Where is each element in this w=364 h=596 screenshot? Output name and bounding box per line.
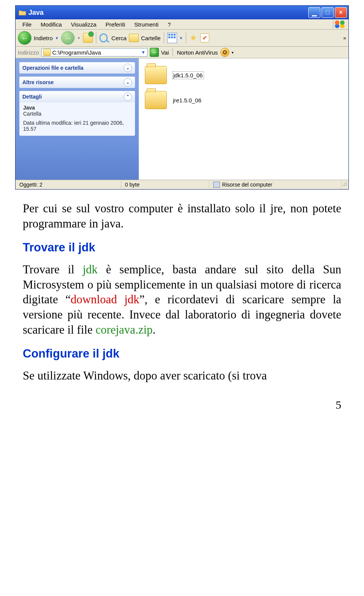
folder-name: jdk1.5.0_06 <box>172 71 204 79</box>
maximize-button[interactable]: □ <box>322 7 334 18</box>
menu-file[interactable]: File <box>18 20 36 28</box>
status-location: Risorse del computer <box>209 181 342 188</box>
folder-icon <box>43 49 51 56</box>
search-label: Cerca <box>111 35 127 41</box>
window-icon <box>19 9 26 16</box>
folder-up-icon <box>83 33 93 43</box>
pane-title: Operazioni file e cartella <box>22 65 83 71</box>
antivirus-label: Norton AntiVirus <box>177 49 218 56</box>
explorer-window: Java ▁ □ × File Modifica Visualizza Pref… <box>15 5 349 190</box>
close-button[interactable]: × <box>335 7 347 18</box>
check-icon: ✔ <box>200 33 209 42</box>
up-button[interactable] <box>83 33 93 43</box>
folders-label: Cartelle <box>141 35 161 41</box>
address-dropdown-icon[interactable]: ▼ <box>141 50 146 55</box>
favorites-icon[interactable]: ★ <box>189 34 198 42</box>
address-bar: Indirizzo C:\Programmi\Java ▼ → Vai Nort… <box>16 47 348 58</box>
antivirus-icon[interactable]: ✪ <box>220 48 229 57</box>
side-pane: Operazioni file e cartella ⌄ Altre risor… <box>16 58 139 180</box>
heading-find-jdk: Trovare il jdk <box>23 240 341 255</box>
term-jdk: jdk <box>83 263 98 276</box>
menu-strumenti[interactable]: Strumenti <box>130 20 163 28</box>
pane-details: Dettagli ⌃ Java Cartella Data ultima mod… <box>19 91 135 136</box>
heading-configure-jdk: Configurare il jdk <box>23 346 341 361</box>
folders-button[interactable] <box>129 33 139 43</box>
computer-icon <box>213 182 220 188</box>
folder-icon <box>145 91 167 109</box>
address-label: Indirizzo <box>18 49 39 56</box>
collapse-icon[interactable]: ⌄ <box>124 78 132 86</box>
search-button[interactable] <box>99 33 109 43</box>
go-label: Vai <box>161 49 169 56</box>
status-size: 0 byte <box>121 181 209 188</box>
details-date: Data ultima modifica: ieri 21 gennaio 20… <box>23 120 131 132</box>
pane-title: Dettagli <box>22 94 42 100</box>
address-field[interactable]: C:\Programmi\Java ▼ <box>41 48 147 56</box>
windows-logo-icon <box>333 20 346 28</box>
back-button[interactable]: ← <box>18 31 31 45</box>
back-label: Indietro <box>34 35 53 41</box>
go-button[interactable]: → <box>150 48 159 57</box>
view-icon <box>167 33 177 43</box>
view-button[interactable] <box>167 33 177 43</box>
window-title: Java <box>28 9 308 17</box>
pane-title: Altre risorse <box>22 79 53 85</box>
paragraph: Trovare il jdk è semplice, basta andare … <box>23 262 341 337</box>
term-download-jdk: download jdk <box>71 293 139 306</box>
check-button[interactable]: ✔ <box>200 33 210 43</box>
status-objects: Oggetti: 2 <box>16 181 121 188</box>
address-path: C:\Programmi\Java <box>52 49 101 56</box>
page-number: 5 <box>0 398 341 411</box>
folder-item[interactable]: jdk1.5.0_06 <box>145 66 342 84</box>
forward-dropdown-icon[interactable]: ▼ <box>77 36 81 40</box>
details-type: Cartella <box>23 111 131 117</box>
folder-item[interactable]: jre1.5.0_06 <box>145 91 342 109</box>
view-dropdown-icon[interactable]: ▼ <box>179 36 183 40</box>
paragraph: Se utilizzate Windows, dopo aver scarica… <box>23 368 341 383</box>
collapse-icon[interactable]: ⌄ <box>124 64 132 72</box>
minimize-button[interactable]: ▁ <box>308 7 320 18</box>
status-bar: Oggetti: 2 0 byte Risorse del computer <box>16 180 348 189</box>
menu-modifica[interactable]: Modifica <box>36 20 66 28</box>
details-name: Java <box>23 105 131 111</box>
folders-icon <box>129 34 139 42</box>
pane-operations: Operazioni file e cartella ⌄ <box>19 62 135 74</box>
folder-icon <box>145 66 167 84</box>
pane-other: Altre risorse ⌄ <box>19 77 135 88</box>
collapse-icon[interactable]: ⌃ <box>124 93 132 101</box>
file-list: jdk1.5.0_06 jre1.5.0_06 <box>139 58 348 180</box>
folder-name: jre1.5.0_06 <box>172 97 202 104</box>
term-corejava: corejava.zip <box>96 323 153 336</box>
document-body: Per cui se sul vostro computer è install… <box>23 201 341 383</box>
forward-button[interactable]: → <box>61 31 75 45</box>
back-dropdown-icon[interactable]: ▼ <box>55 36 59 40</box>
menu-help[interactable]: ? <box>163 20 175 28</box>
menu-visualizza[interactable]: Visualizza <box>66 20 101 28</box>
antivirus-dropdown-icon[interactable]: ▾ <box>232 50 234 55</box>
toolbar-overflow[interactable]: » <box>343 35 346 41</box>
search-icon <box>99 33 108 42</box>
paragraph: Per cui se sul vostro computer è install… <box>23 201 341 231</box>
titlebar[interactable]: Java ▁ □ × <box>16 6 348 19</box>
menu-bar: File Modifica Visualizza Preferiti Strum… <box>16 19 348 30</box>
resize-grip[interactable] <box>342 180 348 189</box>
menu-preferiti[interactable]: Preferiti <box>101 20 130 28</box>
toolbar: ← Indietro ▼ → ▼ Cerca Cartelle ▼ ★ ✔ » <box>16 30 348 47</box>
